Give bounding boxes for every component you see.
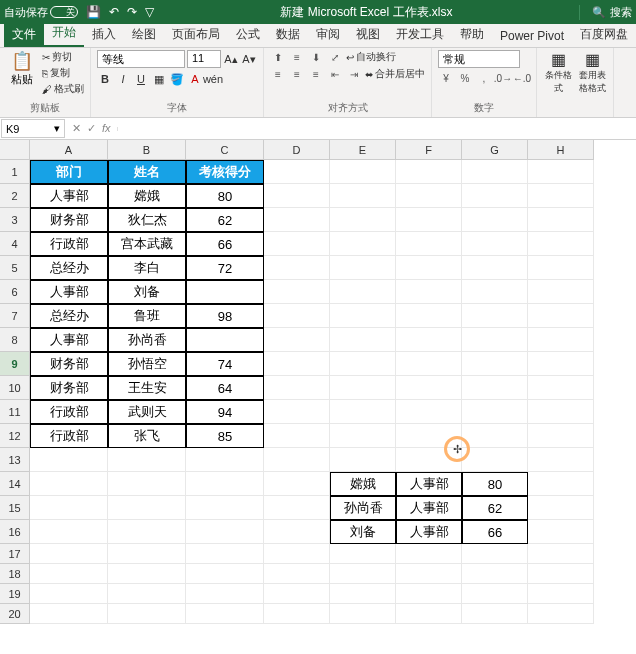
cell[interactable] <box>396 256 462 280</box>
bold-button[interactable]: B <box>97 71 113 87</box>
col-header[interactable]: B <box>108 140 186 160</box>
orientation-icon[interactable]: ⤢ <box>327 50 343 64</box>
indent-dec-icon[interactable]: ⇤ <box>327 67 343 81</box>
cell[interactable] <box>264 424 330 448</box>
cell[interactable] <box>462 304 528 328</box>
cell[interactable] <box>528 304 594 328</box>
font-color-button[interactable]: A <box>187 71 203 87</box>
cell[interactable] <box>264 400 330 424</box>
cell[interactable]: 80 <box>186 184 264 208</box>
cell[interactable] <box>186 328 264 352</box>
cell[interactable] <box>264 564 330 584</box>
cell[interactable]: 66 <box>186 232 264 256</box>
align-right-icon[interactable]: ≡ <box>308 67 324 81</box>
cell[interactable]: 总经办 <box>30 256 108 280</box>
col-header[interactable]: D <box>264 140 330 160</box>
cell[interactable]: 姓名 <box>108 160 186 184</box>
cell[interactable] <box>528 564 594 584</box>
number-format-select[interactable]: 常规 <box>438 50 520 68</box>
cell[interactable] <box>396 564 462 584</box>
tab-draw[interactable]: 绘图 <box>124 22 164 47</box>
cell[interactable]: 宫本武藏 <box>108 232 186 256</box>
font-size-select[interactable]: 11 <box>187 50 221 68</box>
cell[interactable] <box>30 472 108 496</box>
cell[interactable] <box>186 280 264 304</box>
cell[interactable] <box>462 544 528 564</box>
cell[interactable] <box>30 448 108 472</box>
cell[interactable] <box>264 352 330 376</box>
align-middle-icon[interactable]: ≡ <box>289 50 305 64</box>
row-header[interactable]: 10 <box>0 376 30 400</box>
cell[interactable] <box>396 184 462 208</box>
border-button[interactable]: ▦ <box>151 71 167 87</box>
cell[interactable] <box>528 160 594 184</box>
save-icon[interactable]: 💾 <box>86 5 101 19</box>
percent-icon[interactable]: % <box>457 71 473 85</box>
cell[interactable] <box>396 424 462 448</box>
cell[interactable]: 66 <box>462 520 528 544</box>
italic-button[interactable]: I <box>115 71 131 87</box>
cell[interactable] <box>330 544 396 564</box>
enter-icon[interactable]: ✓ <box>87 122 96 135</box>
cell[interactable] <box>528 184 594 208</box>
cell[interactable] <box>396 604 462 624</box>
indent-inc-icon[interactable]: ⇥ <box>346 67 362 81</box>
redo-icon[interactable]: ↷ <box>127 5 137 19</box>
cell[interactable] <box>330 280 396 304</box>
row-header[interactable]: 13 <box>0 448 30 472</box>
tab-data[interactable]: 数据 <box>268 22 308 47</box>
cell[interactable]: 嫦娥 <box>108 184 186 208</box>
cell[interactable]: 行政部 <box>30 424 108 448</box>
cell[interactable] <box>330 160 396 184</box>
cell[interactable] <box>30 520 108 544</box>
cell[interactable] <box>30 544 108 564</box>
cell[interactable]: 72 <box>186 256 264 280</box>
cell[interactable] <box>186 584 264 604</box>
cell[interactable] <box>528 604 594 624</box>
cell[interactable] <box>528 232 594 256</box>
paste-button[interactable]: 📋 粘贴 <box>6 50 38 96</box>
cell[interactable] <box>30 604 108 624</box>
cell[interactable] <box>330 256 396 280</box>
cell[interactable]: 武则天 <box>108 400 186 424</box>
cell[interactable] <box>528 520 594 544</box>
cell[interactable] <box>462 424 528 448</box>
tab-formula[interactable]: 公式 <box>228 22 268 47</box>
cell[interactable] <box>186 604 264 624</box>
cells-area[interactable]: 部门姓名考核得分人事部嫦娥80财务部狄仁杰62行政部宫本武藏66总经办李白72人… <box>30 160 594 624</box>
cell[interactable]: 人事部 <box>396 472 462 496</box>
cell[interactable] <box>330 584 396 604</box>
row-header[interactable]: 4 <box>0 232 30 256</box>
cell[interactable] <box>264 604 330 624</box>
cell[interactable] <box>108 564 186 584</box>
row-header[interactable]: 7 <box>0 304 30 328</box>
row-header[interactable]: 5 <box>0 256 30 280</box>
cell[interactable] <box>330 400 396 424</box>
cell[interactable] <box>186 448 264 472</box>
cell[interactable] <box>462 564 528 584</box>
cell[interactable]: 人事部 <box>30 328 108 352</box>
cell[interactable] <box>528 328 594 352</box>
cell[interactable]: 98 <box>186 304 264 328</box>
conditional-format-button[interactable]: ▦ 条件格式 <box>543 50 573 95</box>
worksheet-grid[interactable]: A B C D E F G H 1 2 3 4 5 6 7 8 9 10 11 … <box>0 140 636 654</box>
cell[interactable]: 财务部 <box>30 352 108 376</box>
align-top-icon[interactable]: ⬆ <box>270 50 286 64</box>
cell[interactable] <box>528 400 594 424</box>
cell[interactable] <box>264 376 330 400</box>
cell[interactable] <box>528 496 594 520</box>
row-header[interactable]: 16 <box>0 520 30 544</box>
cell[interactable] <box>264 544 330 564</box>
fx-icon[interactable]: fx <box>102 122 111 135</box>
cell[interactable]: 张飞 <box>108 424 186 448</box>
cell[interactable] <box>264 184 330 208</box>
cell[interactable] <box>462 160 528 184</box>
cut-button[interactable]: ✂剪切 <box>42 50 84 64</box>
cell[interactable] <box>396 232 462 256</box>
cell[interactable] <box>186 544 264 564</box>
cell[interactable] <box>396 280 462 304</box>
tab-baidu[interactable]: 百度网盘 <box>572 22 636 47</box>
cell[interactable] <box>528 208 594 232</box>
wrap-text-button[interactable]: ↩自动换行 <box>346 50 396 64</box>
autosave-switch[interactable]: 关 <box>50 6 78 18</box>
